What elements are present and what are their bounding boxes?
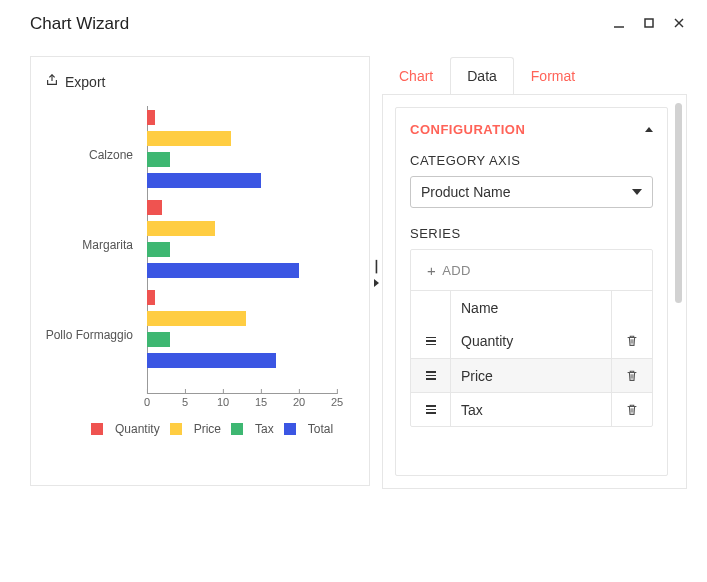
category-label: Margarita bbox=[41, 238, 141, 252]
axis-tick: 0 bbox=[144, 396, 150, 408]
category-label: Pollo Formaggio bbox=[41, 328, 141, 342]
drag-handle[interactable] bbox=[411, 393, 451, 426]
bar bbox=[147, 131, 231, 146]
drag-icon bbox=[426, 337, 436, 346]
drag-handle[interactable] bbox=[411, 359, 451, 392]
configuration-title: CONFIGURATION bbox=[410, 122, 525, 137]
legend-label: Total bbox=[308, 422, 333, 436]
bar-group bbox=[147, 200, 351, 284]
window-controls bbox=[611, 16, 687, 33]
bar bbox=[147, 242, 170, 257]
axis-ticks: 0510152025 bbox=[147, 394, 337, 412]
export-icon bbox=[45, 73, 59, 90]
legend-label: Quantity bbox=[115, 422, 160, 436]
bar-group bbox=[147, 110, 351, 194]
minimize-button[interactable] bbox=[611, 16, 627, 33]
legend-label: Tax bbox=[255, 422, 274, 436]
trash-icon bbox=[625, 403, 639, 417]
category-label: Calzone bbox=[41, 148, 141, 162]
category-group: Pollo Formaggio bbox=[41, 290, 351, 380]
close-button[interactable] bbox=[671, 16, 687, 33]
series-name: Tax bbox=[451, 393, 612, 426]
category-group: Calzone bbox=[41, 110, 351, 200]
tabstrip: Chart Data Format bbox=[382, 56, 687, 94]
collapse-icon bbox=[645, 127, 653, 132]
export-label: Export bbox=[65, 74, 105, 90]
legend-swatch bbox=[231, 423, 243, 435]
bar-group bbox=[147, 290, 351, 374]
category-axis-label: CATEGORY AXIS bbox=[410, 153, 653, 168]
category-axis-value: Product Name bbox=[421, 184, 510, 200]
maximize-button[interactable] bbox=[641, 16, 657, 33]
bar bbox=[147, 221, 215, 236]
delete-series-button[interactable] bbox=[612, 324, 652, 358]
configuration-card: CONFIGURATION CATEGORY AXIS Product Name… bbox=[395, 107, 668, 476]
series-row[interactable]: Quantity bbox=[411, 324, 652, 358]
chart-legend: QuantityPriceTaxTotal bbox=[91, 422, 351, 436]
legend-swatch bbox=[170, 423, 182, 435]
drag-icon bbox=[426, 371, 436, 380]
series-row[interactable]: Tax bbox=[411, 392, 652, 426]
series-handle-header bbox=[411, 291, 451, 324]
tab-format[interactable]: Format bbox=[514, 57, 592, 94]
series-name: Quantity bbox=[451, 324, 612, 358]
bar bbox=[147, 263, 299, 278]
series-row[interactable]: Price bbox=[411, 358, 652, 392]
chevron-down-icon bbox=[632, 189, 642, 195]
axis-tick: 25 bbox=[331, 396, 343, 408]
bar bbox=[147, 332, 170, 347]
axis-tick: 5 bbox=[182, 396, 188, 408]
drag-icon bbox=[426, 405, 436, 414]
plus-icon: + bbox=[427, 262, 436, 279]
chart-area: 0510152025 QuantityPriceTaxTotal Calzone… bbox=[41, 106, 351, 436]
bar bbox=[147, 152, 170, 167]
series-grid-header: Name bbox=[411, 290, 652, 324]
titlebar: Chart Wizard bbox=[0, 0, 707, 44]
category-axis-dropdown[interactable]: Product Name bbox=[410, 176, 653, 208]
tab-chart[interactable]: Chart bbox=[382, 57, 450, 94]
bar bbox=[147, 200, 162, 215]
bar bbox=[147, 311, 246, 326]
window-title: Chart Wizard bbox=[30, 14, 129, 34]
legend-swatch bbox=[91, 423, 103, 435]
bar bbox=[147, 110, 155, 125]
legend-swatch bbox=[284, 423, 296, 435]
configuration-header[interactable]: CONFIGURATION bbox=[410, 122, 653, 137]
pane-splitter[interactable]: ❘ bbox=[370, 56, 382, 489]
expand-right-icon bbox=[374, 279, 379, 287]
add-series-button[interactable]: + ADD bbox=[411, 250, 652, 290]
series-grid: + ADD Name QuantityPriceTax bbox=[410, 249, 653, 427]
chart-preview-pane: Export 0510152025 QuantityPriceTaxTotal … bbox=[30, 56, 370, 486]
category-group: Margarita bbox=[41, 200, 351, 290]
series-label: SERIES bbox=[410, 226, 653, 241]
scrollbar[interactable] bbox=[675, 103, 682, 303]
bar bbox=[147, 173, 261, 188]
add-series-label: ADD bbox=[442, 263, 471, 278]
trash-icon bbox=[625, 334, 639, 348]
bar bbox=[147, 290, 155, 305]
axis-tick: 20 bbox=[293, 396, 305, 408]
trash-icon bbox=[625, 369, 639, 383]
axis-tick: 15 bbox=[255, 396, 267, 408]
bar bbox=[147, 353, 276, 368]
axis-tick: 10 bbox=[217, 396, 229, 408]
splitter-handle-icon: ❘ bbox=[371, 258, 382, 273]
series-name-header: Name bbox=[451, 291, 612, 324]
series-delete-header bbox=[612, 291, 652, 324]
tab-data[interactable]: Data bbox=[450, 57, 514, 94]
tab-content: CONFIGURATION CATEGORY AXIS Product Name… bbox=[382, 94, 687, 489]
svg-rect-1 bbox=[645, 19, 653, 27]
delete-series-button[interactable] bbox=[612, 359, 652, 392]
config-pane: Chart Data Format CONFIGURATION CATEGORY… bbox=[382, 56, 687, 489]
legend-label: Price bbox=[194, 422, 221, 436]
drag-handle[interactable] bbox=[411, 324, 451, 358]
export-button[interactable]: Export bbox=[41, 69, 109, 94]
series-name: Price bbox=[451, 359, 612, 392]
delete-series-button[interactable] bbox=[612, 393, 652, 426]
